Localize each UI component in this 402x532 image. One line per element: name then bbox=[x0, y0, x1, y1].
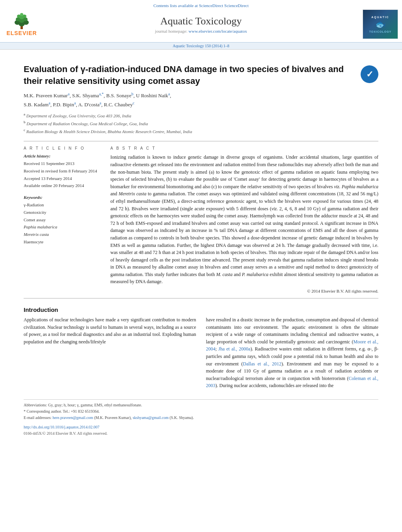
journal-homepage: journal homepage: www.elsevier.com/locat… bbox=[39, 29, 363, 33]
keywords-label: Keywords: bbox=[24, 195, 102, 200]
citation-text: Aquatic Toxicology 150 (2014) 1–8 bbox=[173, 44, 229, 48]
introduction-title: Introduction bbox=[24, 306, 378, 313]
elsevier-tree-icon bbox=[10, 13, 33, 29]
keywords-section: Keywords: γ-Radiation Genotoxicity Comet… bbox=[24, 195, 102, 245]
intro-left-text: Applications of nuclear technologies hav… bbox=[24, 316, 196, 345]
email-label: E-mail addresses: bbox=[24, 415, 52, 420]
abstract-column: A B S T R A C T Ionizing radiation is kn… bbox=[110, 146, 378, 293]
article-title: Evaluation of γ-radiation-induced DNA da… bbox=[24, 63, 361, 87]
divider-1 bbox=[24, 141, 378, 141]
logo-tox-text: TOXIcoLOGY bbox=[369, 30, 392, 33]
header-main: ELSEVIER Aquatic Toxicology journal home… bbox=[0, 9, 402, 42]
abbreviations-note: Abbreviations: Gy, gray; h, hour; γ, gam… bbox=[24, 402, 378, 408]
aquatic-tox-logo: AQUATIC 🐟 TOXIcoLOGY bbox=[363, 9, 398, 39]
footnotes: Abbreviations: Gy, gray; h, hour; γ, gam… bbox=[24, 399, 378, 437]
email2-name: (S.K. Shyama). bbox=[169, 415, 194, 420]
email2-link[interactable]: skshyama@gmail.com bbox=[133, 415, 169, 420]
main-content: Evaluation of γ-radiation-induced DNA da… bbox=[0, 50, 402, 445]
article-info-header: A R T I C L E I N F O bbox=[24, 146, 102, 150]
keyword-6: Haemocyte bbox=[24, 238, 102, 246]
issn-line: 0166-445X/© 2014 Elsevier B.V. All right… bbox=[24, 430, 378, 437]
info-abstract-columns: A R T I C L E I N F O Article history: R… bbox=[24, 146, 378, 293]
keyword-1: γ-Radiation bbox=[24, 201, 102, 209]
ref-coleman-2003[interactable]: Coleman et al., 2003 bbox=[206, 376, 379, 389]
journal-title-section: Aquatic Toxicology journal homepage: www… bbox=[39, 15, 363, 33]
accepted-date: Accepted 13 February 2014 bbox=[24, 175, 102, 182]
corresponding-note: * Corresponding author. Tel.: +91 832 65… bbox=[24, 408, 378, 415]
article-info-column: A R T I C L E I N F O Article history: R… bbox=[24, 146, 102, 293]
contents-text: Contents lists available at ScienceDirec… bbox=[153, 3, 223, 8]
elsevier-text: ELSEVIER bbox=[6, 30, 37, 36]
introduction-body: Applications of nuclear technologies hav… bbox=[24, 316, 378, 389]
history-label: Article history: bbox=[24, 154, 102, 158]
science-direct-bar: Contents lists available at ScienceDirec… bbox=[0, 3, 402, 8]
keyword-5: Meretrix casta bbox=[24, 231, 102, 238]
history-items: Received 11 September 2013 Received in r… bbox=[24, 160, 102, 189]
logo-fish-icon: 🐟 bbox=[375, 19, 386, 30]
affiliations: a Department of Zoology, Goa University,… bbox=[24, 111, 378, 135]
doi-line: http://dx.doi.org/10.1016/j.aquatox.2014… bbox=[24, 424, 378, 430]
abstract-text: Ionizing radiation is known to induce ge… bbox=[110, 154, 378, 285]
copyright-text: © 2014 Elsevier B.V. All rights reserved… bbox=[110, 289, 378, 293]
affiliation-c: c Radiation Biology & Health Science Div… bbox=[24, 127, 378, 135]
affiliation-b: b Department of Radiation Oncology, Goa … bbox=[24, 119, 378, 127]
keyword-4: Paphia malabarica bbox=[24, 223, 102, 231]
affiliation-a: a Department of Zoology, Goa University,… bbox=[24, 111, 378, 119]
elsevier-logo: ELSEVIER bbox=[4, 13, 39, 36]
intro-left-col: Applications of nuclear technologies hav… bbox=[24, 316, 196, 389]
intro-right-text: have resulted in a drastic increase in t… bbox=[206, 316, 379, 389]
logo-aquatic-text: AQUATIC bbox=[371, 16, 389, 19]
email1-link[interactable]: here.praveen@gmail.com bbox=[52, 415, 93, 420]
ref-dallas-2012[interactable]: Dallas et al., 2012 bbox=[243, 361, 281, 367]
citation-bar: Aquatic Toxicology 150 (2014) 1–8 bbox=[0, 42, 402, 49]
header: Contents lists available at ScienceDirec… bbox=[0, 0, 402, 50]
crossmark-logo[interactable]: ✓ bbox=[361, 65, 378, 83]
science-direct-link[interactable]: ScienceDirect bbox=[224, 3, 249, 8]
author-names-2: S.B. Kadama, P.D. Bipina, A. D'costaa, R… bbox=[24, 102, 134, 108]
divider-2 bbox=[24, 298, 378, 298]
received-revised-date: Received in revised form 8 February 2014 bbox=[24, 167, 102, 175]
keyword-3: Comet assay bbox=[24, 216, 102, 224]
intro-right-col: have resulted in a drastic increase in t… bbox=[206, 316, 379, 389]
authors-line: M.K. Praveen Kumara, S.K. Shyamaa,*, B.S… bbox=[24, 91, 378, 109]
ref-jha-2000[interactable]: Jha et al., 2000a bbox=[218, 346, 250, 352]
available-date: Available online 20 February 2014 bbox=[24, 182, 102, 189]
homepage-link[interactable]: www.elsevier.com/locate/aquatox bbox=[188, 29, 247, 33]
journal-title: Aquatic Toxicology bbox=[39, 15, 363, 27]
email1-name: (M.K. Praveen Kumar), bbox=[94, 415, 132, 420]
abstract-header: A B S T R A C T bbox=[110, 146, 378, 150]
article-title-section: Evaluation of γ-radiation-induced DNA da… bbox=[24, 63, 378, 87]
svg-point-10 bbox=[20, 13, 23, 16]
doi-link[interactable]: http://dx.doi.org/10.1016/j.aquatox.2014… bbox=[24, 425, 99, 429]
author-names: M.K. Praveen Kumara, S.K. Shyamaa,*, B.S… bbox=[24, 93, 171, 98]
received-date: Received 11 September 2013 bbox=[24, 160, 102, 167]
keyword-2: Genotoxicity bbox=[24, 209, 102, 216]
homepage-label: journal homepage: bbox=[155, 29, 187, 33]
email-note: E-mail addresses: here.praveen@gmail.com… bbox=[24, 415, 378, 421]
